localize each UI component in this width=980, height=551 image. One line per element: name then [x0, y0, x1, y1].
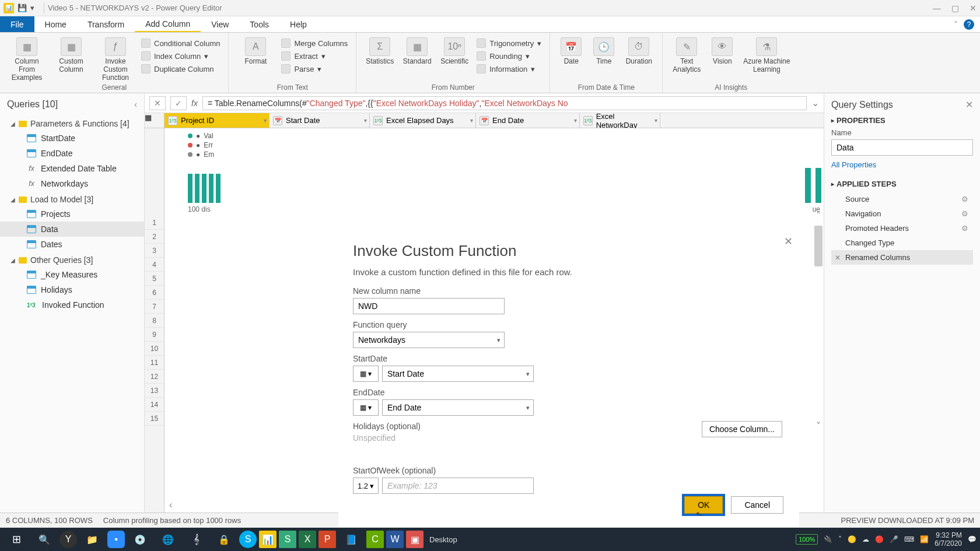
vertical-scrollbar[interactable]: ˄ ˅ — [813, 210, 824, 431]
invoke-custom-function-button[interactable]: ƒInvoke Custom Function — [94, 35, 136, 82]
excel-button[interactable]: X — [299, 531, 316, 548]
query-item[interactable]: EndDate — [0, 146, 144, 161]
formula-input[interactable]: = Table.RenameColumns(#"Changed Type",{{… — [202, 96, 807, 110]
filter-dropdown-icon[interactable]: ▾ — [470, 117, 473, 124]
format-button[interactable]: AFormat — [235, 35, 276, 65]
startofweek-type-select[interactable]: 1.2 ▾ — [353, 478, 379, 494]
choose-column-button[interactable]: Choose Column... — [702, 421, 782, 437]
query-item[interactable]: StartDate — [0, 131, 144, 146]
row-number[interactable]: 8 — [145, 314, 164, 328]
tray-icon-1[interactable]: 🟡 — [848, 535, 856, 543]
column-header[interactable]: 📅End Date▾ — [476, 113, 580, 128]
query-item[interactable]: _Key Measures — [0, 267, 144, 282]
tab-add-column[interactable]: Add Column — [135, 16, 201, 32]
tab-file[interactable]: File — [0, 16, 34, 32]
delete-step-icon[interactable]: ✕ — [835, 254, 841, 262]
ok-button[interactable]: OK — [684, 496, 723, 514]
search-button[interactable]: 🔍 — [32, 529, 57, 549]
gear-icon[interactable]: ⚙ — [961, 209, 968, 218]
queries-group[interactable]: ◢Other Queries [3] — [0, 252, 144, 267]
filter-dropdown-icon[interactable]: ▾ — [574, 117, 577, 124]
minimize-button[interactable]: — — [933, 3, 941, 13]
file-explorer-button[interactable]: 📁 — [79, 529, 105, 549]
type-icon[interactable]: 1²3 — [168, 116, 177, 125]
tray-expand-icon[interactable]: ˄ — [838, 535, 842, 543]
save-icon[interactable]: 💾 — [18, 3, 27, 12]
scientific-button[interactable]: 10ⁿScientific — [437, 35, 472, 65]
chrome-button[interactable]: 🌐 — [155, 529, 181, 549]
column-header[interactable]: 1²3Project ID▾ — [164, 113, 270, 128]
wifi-icon[interactable]: 📶 — [920, 535, 929, 543]
tray-icon-2[interactable]: ☁ — [862, 535, 869, 543]
filter-dropdown-icon[interactable]: ▾ — [364, 117, 367, 124]
information-button[interactable]: Information ▾ — [474, 63, 544, 75]
applied-step[interactable]: Promoted Headers⚙ — [831, 221, 973, 236]
type-icon[interactable]: 📅 — [273, 116, 282, 125]
row-number[interactable]: 7 — [145, 300, 164, 314]
row-number[interactable]: 3 — [145, 244, 164, 258]
scroll-up-icon[interactable]: ˄ — [816, 210, 821, 221]
startdate-type-select[interactable]: ▦ ▾ — [353, 366, 379, 382]
row-number[interactable]: 11 — [145, 356, 164, 370]
applied-step[interactable]: Changed Type — [831, 236, 973, 250]
powerbi-button[interactable]: 📊 — [259, 531, 276, 548]
type-icon[interactable]: 1²3 — [583, 116, 593, 125]
taskbar-app-1[interactable]: Y — [60, 531, 77, 548]
date-button[interactable]: 📅Date — [556, 35, 586, 65]
query-item[interactable]: Projects — [0, 206, 144, 222]
notifications-icon[interactable]: 💬 — [968, 535, 977, 543]
tray-icon-4[interactable]: 🎤 — [890, 535, 898, 543]
applied-step[interactable]: ✕Renamed Columns — [831, 250, 973, 265]
row-number[interactable]: 12 — [145, 370, 164, 384]
gear-icon[interactable]: ⚙ — [961, 224, 968, 233]
tab-view[interactable]: View — [201, 16, 239, 32]
taskbar-app-2[interactable]: 💿 — [127, 529, 153, 549]
enddate-column-select[interactable]: End Date▾ — [382, 399, 534, 416]
powerpoint-button[interactable]: P — [318, 531, 336, 548]
applied-step[interactable]: Source⚙ — [831, 192, 973, 206]
row-number[interactable]: 9 — [145, 328, 164, 342]
row-number[interactable]: 5 — [145, 272, 164, 286]
battery-indicator[interactable]: 100% — [796, 534, 818, 545]
tab-help[interactable]: Help — [279, 16, 317, 32]
parse-button[interactable]: Parse ▾ — [279, 63, 350, 75]
camtasia-button[interactable]: C — [366, 531, 384, 548]
hscroll-left-icon[interactable]: ‹ — [169, 500, 172, 510]
cancel-button[interactable]: Cancel — [731, 496, 783, 514]
gear-icon[interactable]: ⚙ — [961, 195, 968, 203]
query-item[interactable]: Dates — [0, 237, 144, 252]
row-number[interactable]: 14 — [145, 398, 164, 412]
scroll-down-icon[interactable]: ˅ — [816, 420, 821, 431]
rounding-button[interactable]: Rounding ▾ — [474, 50, 544, 62]
tab-tools[interactable]: Tools — [239, 16, 279, 32]
startdate-column-select[interactable]: Start Date▾ — [382, 366, 534, 382]
formula-expand-icon[interactable]: ⌄ — [811, 97, 819, 108]
new-column-name-input[interactable] — [353, 298, 505, 314]
column-header[interactable]: 1²3Excel Elapsed Days▾ — [370, 113, 476, 128]
taskbar-app-6[interactable]: ▣ — [406, 531, 424, 548]
time-button[interactable]: 🕒Time — [589, 35, 619, 65]
startofweek-input[interactable]: Example: 123 — [382, 478, 534, 494]
grid-corner[interactable]: ▦ — [145, 113, 164, 128]
enddate-type-select[interactable]: ▦ ▾ — [353, 399, 379, 416]
custom-column-button[interactable]: ▦Custom Column — [50, 35, 92, 73]
taskbar-app-4[interactable]: 🔒 — [211, 529, 237, 549]
queries-group[interactable]: ◢Parameters & Functions [4] — [0, 115, 144, 131]
cancel-formula-icon[interactable]: ✕ — [149, 96, 166, 110]
standard-button[interactable]: ▦Standard — [400, 35, 435, 65]
extract-button[interactable]: Extract ▾ — [279, 50, 350, 62]
duplicate-column-button[interactable]: Duplicate Column — [139, 63, 222, 75]
column-header[interactable]: 1²3Excel NetworkDay▾ — [580, 113, 660, 128]
row-number[interactable]: 4 — [145, 258, 164, 272]
start-button[interactable]: ⊞ — [4, 529, 29, 549]
type-icon[interactable]: 📅 — [480, 116, 489, 125]
column-header[interactable]: 📅Start Date▾ — [270, 113, 370, 128]
row-number[interactable]: 6 — [145, 286, 164, 300]
column-from-examples-button[interactable]: ▦Column From Examples — [6, 35, 48, 82]
query-item[interactable]: Data — [0, 222, 144, 237]
vision-button[interactable]: 👁Vision — [707, 35, 737, 65]
collapse-ribbon-icon[interactable]: ˄ — [954, 20, 958, 29]
applied-step[interactable]: Navigation⚙ — [831, 206, 973, 221]
collapse-queries-icon[interactable]: ‹ — [134, 100, 137, 109]
row-number[interactable]: 1 — [145, 216, 164, 230]
